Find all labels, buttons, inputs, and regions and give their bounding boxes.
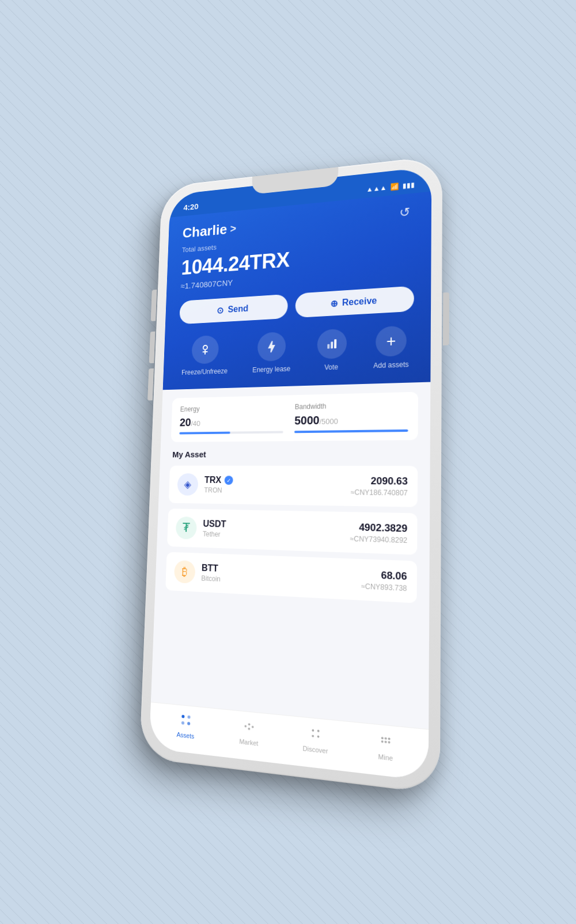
header-section: Charlie > ↺ Total assets 1044.24TRX ≈1.7… <box>163 191 431 390</box>
send-icon: ⊙ <box>217 305 223 315</box>
receive-button[interactable]: ⊕ Receive <box>295 286 414 318</box>
nav-item-assets[interactable]: Assets <box>155 710 218 742</box>
svg-point-8 <box>244 725 247 727</box>
freeze-svg <box>199 343 211 356</box>
asset-card-usdt[interactable]: ₮ USDT Tether 4902.3829 ≈CNY73940.8292 <box>167 508 418 555</box>
asset-card-trx[interactable]: ◈ TRX ✓ TRON 2090.63 ≈CNY186.740807 <box>169 465 418 507</box>
trx-cny: ≈CNY186.740807 <box>351 488 408 497</box>
svg-point-17 <box>385 737 387 739</box>
usdt-amount: 4902.3829 <box>350 521 408 534</box>
energy-icon-circle <box>257 331 286 361</box>
add-label: Add assets <box>373 360 408 369</box>
signal-icon: ▲▲▲ <box>366 183 387 193</box>
nav-item-mine[interactable]: Mine <box>350 730 422 765</box>
trx-amount: 2090.63 <box>351 475 408 487</box>
mine-nav-label: Mine <box>378 752 393 762</box>
btt-info: BTT Bitcoin <box>201 562 354 589</box>
bandwidth-max: /5000 <box>319 417 338 426</box>
energy-resource: Energy 20/40 <box>179 403 284 434</box>
asset-card-btt[interactable]: ₿ BTT Bitcoin 68.06 ≈CNY893.738 <box>165 552 417 603</box>
svg-rect-3 <box>334 339 336 348</box>
phone-outer: 4:20 ▲▲▲ 📶 ▮▮▮ Charlie > ↺ <box>139 155 442 794</box>
svg-point-16 <box>381 736 384 739</box>
usdt-sub: Tether <box>203 530 343 542</box>
energy-current: 20 <box>180 416 191 428</box>
svg-point-20 <box>385 740 387 743</box>
discover-svg <box>309 726 323 741</box>
mine-nav-icon <box>379 733 393 751</box>
assets-nav-icon <box>180 713 192 730</box>
svg-point-10 <box>252 725 254 728</box>
phone-screen: 4:20 ▲▲▲ 📶 ▮▮▮ Charlie > ↺ <box>149 166 432 781</box>
energy-bar-fill <box>179 431 230 434</box>
btt-amount: 68.06 <box>361 568 407 583</box>
my-asset-title: My Asset <box>170 448 418 458</box>
receive-icon: ⊕ <box>330 298 338 309</box>
assets-nav-label: Assets <box>176 731 194 740</box>
assets-svg <box>180 713 192 727</box>
svg-point-12 <box>312 729 314 731</box>
battery-icon: ▮▮▮ <box>403 180 415 189</box>
btt-amounts: 68.06 ≈CNY893.738 <box>361 568 407 592</box>
trx-verified-badge: ✓ <box>225 476 233 485</box>
quick-actions: Freeze/Unfreeze Energy lease <box>177 325 414 376</box>
freeze-label: Freeze/Unfreeze <box>181 367 228 376</box>
bandwidth-resource-label: Bandwidth <box>295 400 408 410</box>
bandwidth-bar-fill <box>294 429 408 432</box>
discover-nav-label: Discover <box>302 744 328 755</box>
trx-info: TRX ✓ TRON <box>204 475 344 496</box>
screen-content: 4:20 ▲▲▲ 📶 ▮▮▮ Charlie > ↺ <box>149 166 432 781</box>
send-label: Send <box>228 303 248 314</box>
usdt-amounts: 4902.3829 ≈CNY73940.8292 <box>350 521 407 544</box>
usdt-info: USDT Tether <box>203 519 343 542</box>
svg-point-19 <box>381 740 384 742</box>
svg-rect-2 <box>331 341 333 348</box>
account-name-text: Charlie <box>182 220 227 241</box>
bandwidth-resource: Bandwidth 5000/5000 <box>294 400 408 433</box>
svg-point-11 <box>248 727 251 729</box>
send-button[interactable]: ⊙ Send <box>179 294 288 324</box>
energy-max: /40 <box>191 419 200 428</box>
bandwidth-bar <box>294 429 408 432</box>
trx-name: TRX <box>204 475 222 485</box>
quick-item-energy[interactable]: Energy lease <box>252 331 291 374</box>
vote-icon-circle <box>317 328 347 359</box>
vote-label: Vote <box>324 363 338 371</box>
svg-point-4 <box>181 714 184 718</box>
bandwidth-values: 5000/5000 <box>294 412 408 427</box>
wifi-icon: 📶 <box>390 182 399 191</box>
svg-point-18 <box>388 737 391 740</box>
trx-name-row: TRX ✓ <box>204 475 344 486</box>
asset-list: ◈ TRX ✓ TRON 2090.63 ≈CNY186.740807 <box>165 465 418 603</box>
add-icon-circle: + <box>376 325 407 357</box>
svg-point-9 <box>248 723 251 725</box>
quick-item-vote[interactable]: Vote <box>316 328 346 371</box>
svg-point-0 <box>203 345 207 349</box>
energy-svg <box>265 340 278 353</box>
btt-name: BTT <box>202 562 218 573</box>
quick-item-freeze[interactable]: Freeze/Unfreeze <box>181 334 229 377</box>
bottom-nav: Assets Market <box>149 702 429 781</box>
btt-cny: ≈CNY893.738 <box>361 582 407 593</box>
nav-item-market[interactable]: Market <box>217 716 282 749</box>
usdt-name: USDT <box>203 519 226 530</box>
status-time: 4:20 <box>183 201 198 212</box>
usdt-cny: ≈CNY73940.8292 <box>350 534 407 545</box>
svg-point-21 <box>388 741 391 743</box>
refresh-icon[interactable]: ↺ <box>395 202 415 223</box>
vote-svg <box>325 337 339 351</box>
energy-bar <box>179 431 283 434</box>
energy-label: Energy lease <box>252 364 290 374</box>
energy-resource-label: Energy <box>180 403 284 413</box>
nav-item-discover[interactable]: Discover <box>282 723 350 757</box>
btt-sub: Bitcoin <box>201 574 354 590</box>
svg-point-13 <box>317 729 320 732</box>
resource-section: Energy 20/40 Bandwidth 5000/5000 <box>171 391 418 442</box>
mine-svg <box>379 733 393 748</box>
svg-point-5 <box>187 715 190 718</box>
account-name[interactable]: Charlie > <box>182 220 236 241</box>
quick-item-add[interactable]: + Add assets <box>373 325 409 370</box>
svg-point-7 <box>187 721 190 725</box>
receive-label: Receive <box>342 295 377 307</box>
discover-nav-icon <box>309 726 322 744</box>
